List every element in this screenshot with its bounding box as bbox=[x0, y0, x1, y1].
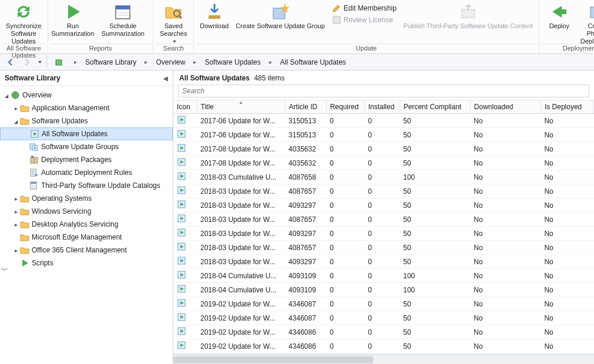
horizontal-scrollbar[interactable] bbox=[173, 355, 594, 364]
search-input[interactable] bbox=[179, 87, 589, 95]
package-icon bbox=[29, 155, 39, 164]
column-header-article-id[interactable]: Article ID bbox=[285, 100, 326, 114]
table-row[interactable]: 2018-03 Update for W...40876570050NoNo bbox=[173, 213, 594, 227]
ribbon: Synchronize Software Updates All Softwar… bbox=[0, 0, 594, 54]
table-row[interactable]: 2018-03 Update for W...40932970050NoNo bbox=[173, 227, 594, 241]
scrollbar-thumb[interactable] bbox=[173, 356, 373, 363]
table-row[interactable]: 2019-02 Update for W...43460870050NoNo bbox=[173, 311, 594, 325]
column-header-required[interactable]: Required bbox=[326, 100, 364, 114]
tree-item-scripts[interactable]: Scripts bbox=[0, 257, 173, 269]
updates-grid[interactable]: IconTitleArticle IDRequiredInstalledPerc… bbox=[173, 100, 594, 355]
schedule-summarization-button[interactable]: Schedule Summarization bbox=[95, 0, 150, 43]
cell-deployed: No bbox=[541, 255, 593, 269]
update-row-icon bbox=[177, 157, 186, 167]
column-header-installed[interactable]: Installed bbox=[364, 100, 400, 114]
breadcrumb-root-arrow[interactable] bbox=[73, 59, 78, 65]
row-icon-cell bbox=[173, 142, 197, 156]
tree-item-all-software-updates[interactable]: All Software Updates bbox=[0, 127, 173, 140]
column-header-title[interactable]: Title bbox=[197, 100, 285, 114]
content-pane: All Software Updates 485 items IconTitle… bbox=[173, 70, 594, 364]
forward-button[interactable] bbox=[20, 56, 34, 69]
tree-item-software-updates[interactable]: Software Updates bbox=[0, 114, 173, 127]
row-icon-cell bbox=[173, 311, 197, 325]
home-icon[interactable] bbox=[52, 56, 66, 69]
breadcrumb-software-library[interactable]: Software Library bbox=[82, 56, 140, 69]
column-header-downloaded[interactable]: Downloaded bbox=[470, 100, 541, 114]
tree-twist-icon[interactable] bbox=[12, 247, 20, 254]
download-button[interactable]: Download bbox=[196, 0, 232, 43]
sidebar-collapse-toggle[interactable] bbox=[163, 75, 168, 82]
column-header-is-deployed[interactable]: Is Deployed bbox=[541, 100, 593, 114]
breadcrumb-arrow[interactable] bbox=[143, 59, 149, 65]
cell-title: 2018-04 Cumulative U... bbox=[197, 283, 285, 297]
table-row[interactable]: 2019-02 Update for W...43460860050NoNo bbox=[173, 325, 594, 339]
sync-button[interactable]: Synchronize Software Updates bbox=[2, 0, 45, 43]
cell-downloaded: No bbox=[470, 198, 541, 213]
tree-twist-icon[interactable] bbox=[12, 208, 20, 215]
breadcrumb-software-updates[interactable]: Software Updates bbox=[201, 56, 264, 69]
back-button[interactable] bbox=[4, 56, 18, 69]
cell-title: 2018-03 Update for W... bbox=[197, 227, 285, 241]
cell-title: 2018-03 Update for W... bbox=[197, 184, 285, 198]
table-row[interactable]: 2018-03 Update for W...40932970050NoNo bbox=[173, 255, 594, 269]
deploy-icon bbox=[550, 2, 569, 21]
folder-icon bbox=[20, 116, 29, 126]
column-header-icon[interactable]: Icon bbox=[173, 100, 197, 114]
table-row[interactable]: 2017-08 Update for W...40356320050NoNo bbox=[173, 156, 594, 170]
table-row[interactable]: 2018-03 Update for W...40876570050NoNo bbox=[173, 241, 594, 255]
saved-searches-button[interactable]: Saved Searches bbox=[156, 0, 191, 43]
tree-item-microsoft-edge-management[interactable]: Microsoft Edge Management bbox=[0, 231, 173, 244]
update-row-icon bbox=[177, 341, 186, 350]
cell-installed: 0 bbox=[364, 198, 400, 213]
table-row[interactable]: 2018-04 Cumulative U...409310900100NoNo bbox=[173, 269, 594, 283]
table-row[interactable]: 2019-02 Update for W...43460860050NoNo bbox=[173, 339, 594, 353]
cell-title: 2019-02 Update for W... bbox=[197, 297, 285, 311]
table-row[interactable]: 2018-03 Update for W...40876570050NoNo bbox=[173, 184, 594, 198]
table-row[interactable]: 2017-08 Update for W...40356320050NoNo bbox=[173, 142, 594, 156]
ribbon-group-all-updates: Synchronize Software Updates All Softwar… bbox=[0, 0, 48, 53]
row-icon-cell bbox=[173, 198, 197, 213]
table-row[interactable]: 2019-02 Update for W...43460870050NoNo bbox=[173, 297, 594, 311]
svg-rect-11 bbox=[333, 16, 340, 23]
breadcrumb-arrow[interactable] bbox=[268, 59, 273, 65]
tree-item-automatic-deployment-rules[interactable]: Automatic Deployment Rules bbox=[0, 166, 173, 179]
search-bar[interactable] bbox=[178, 85, 589, 97]
tree-twist-icon[interactable] bbox=[12, 221, 20, 228]
tree-item-desktop-analytics-servicing[interactable]: Desktop Analytics Servicing bbox=[0, 218, 173, 231]
create-update-group-button[interactable]: Create Software Update Group bbox=[232, 0, 328, 43]
cell-downloaded: No bbox=[470, 128, 541, 142]
cell-compliant: 50 bbox=[400, 213, 470, 227]
create-phased-deployment-button[interactable]: Create Phased Deployment bbox=[577, 0, 594, 43]
history-dropdown[interactable] bbox=[36, 58, 42, 66]
tree-twist-icon[interactable] bbox=[2, 92, 11, 99]
cell-article: 4087658 bbox=[285, 170, 326, 184]
table-row[interactable]: 2018-03 Cumulative U...408765800100NoNo bbox=[173, 170, 594, 184]
tree-item-application-management[interactable]: Application Management bbox=[0, 102, 173, 114]
update-row-icon bbox=[177, 326, 186, 336]
tree-item-operating-systems[interactable]: Operating Systems bbox=[0, 192, 173, 205]
edit-membership-button[interactable]: Edit Membership bbox=[332, 2, 397, 14]
tree-item-third-party-software-update-catalogs[interactable]: Third-Party Software Update Catalogs bbox=[0, 179, 173, 192]
deploy-button[interactable]: Deploy bbox=[542, 0, 577, 43]
tree-twist-icon[interactable] bbox=[12, 105, 20, 112]
cell-required: 0 bbox=[326, 198, 364, 213]
cell-downloaded: No bbox=[470, 297, 541, 311]
tree-twist-icon[interactable] bbox=[12, 196, 20, 202]
column-header-percent-compliant[interactable]: Percent Compliant bbox=[400, 100, 470, 114]
table-row[interactable]: 2018-03 Update for W...40932970050NoNo bbox=[173, 198, 594, 213]
table-row[interactable]: 2018-04 Cumulative U...409310900100NoNo bbox=[173, 283, 594, 297]
tree-item-windows-servicing[interactable]: Windows Servicing bbox=[0, 205, 173, 218]
run-summarization-button[interactable]: Run Summarization bbox=[51, 0, 96, 43]
table-row[interactable]: 2017-06 Update for W...31505130050NoNo bbox=[173, 128, 594, 142]
table-row[interactable]: 2017-06 Update for W...31505130050NoNo bbox=[173, 114, 594, 128]
tree-item-office-365-client-management[interactable]: Office 365 Client Management bbox=[0, 244, 173, 257]
row-icon-cell bbox=[173, 269, 197, 283]
breadcrumb-overview[interactable]: Overview bbox=[152, 56, 189, 69]
tree-item-software-update-groups[interactable]: Software Update Groups bbox=[0, 140, 173, 153]
tree-twist-icon[interactable] bbox=[12, 118, 20, 124]
breadcrumb-arrow[interactable] bbox=[192, 59, 197, 65]
breadcrumb-all-software-updates[interactable]: All Software Updates bbox=[277, 56, 350, 69]
cell-installed: 0 bbox=[364, 311, 400, 325]
tree-item-deployment-packages[interactable]: Deployment Packages bbox=[0, 153, 173, 166]
tree-item-overview[interactable]: Overview bbox=[0, 89, 173, 102]
